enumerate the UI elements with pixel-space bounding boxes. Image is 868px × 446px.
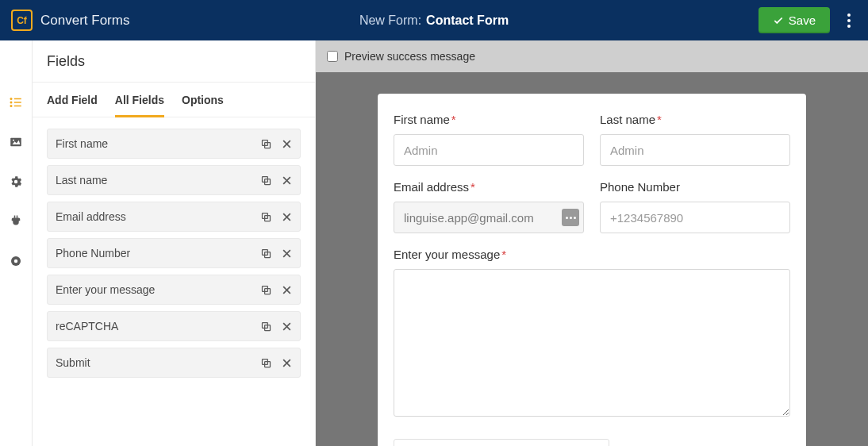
phone-input[interactable] [600,202,790,233]
behavior-icon[interactable] [8,253,24,269]
form-preview: First name* Last name* Email address* Ph… [378,94,806,446]
svg-point-2 [10,105,13,107]
svg-rect-3 [14,98,21,100]
svg-point-8 [13,140,14,141]
check-icon [773,15,784,26]
field-item[interactable]: First name [47,129,301,159]
field-item-label: Enter your message [56,283,260,296]
form-title-name: Contact Form [426,13,509,28]
delete-icon[interactable] [282,284,292,296]
panel-title: Fields [33,40,315,83]
last-name-label: Last name* [600,113,790,126]
left-rail [0,40,33,446]
field-item[interactable]: Submit [47,348,301,378]
panel-tabs: Add Field All Fields Options [33,83,315,117]
svg-point-10 [14,260,18,263]
field-item[interactable]: Enter your message [47,275,301,305]
svg-rect-5 [14,106,21,107]
delete-icon[interactable] [282,357,292,369]
form-title-prefix: New Form: [359,13,421,28]
field-item-label: Last name [56,174,260,186]
first-name-label: First name* [394,113,584,126]
duplicate-icon[interactable] [260,211,272,223]
svg-rect-4 [14,102,21,103]
field-item-label: First name [56,137,260,150]
field-item-label: Submit [56,356,260,369]
duplicate-icon[interactable] [260,138,272,150]
brand-name: Convert Forms [40,13,129,29]
message-textarea[interactable] [394,269,790,417]
preview-success-label: Preview success message [344,50,475,63]
fields-icon[interactable] [8,94,24,110]
svg-point-1 [10,102,13,104]
field-item-label: Phone Number [56,247,260,260]
delete-icon[interactable] [282,248,292,260]
top-bar: Cf Convert Forms New Form: Contact Form … [0,0,868,40]
recaptcha-widget[interactable] [394,439,609,446]
settings-icon[interactable] [8,174,24,190]
duplicate-icon[interactable] [260,284,272,296]
email-label: Email address* [394,180,584,194]
last-name-input[interactable] [600,134,790,166]
brand: Cf Convert Forms [11,10,129,31]
form-title: New Form: Contact Form [359,13,509,28]
field-item[interactable]: reCAPTCHA [47,311,301,341]
field-item[interactable]: Last name [47,165,301,195]
delete-icon[interactable] [282,211,292,223]
svg-point-0 [10,98,13,100]
brand-logo: Cf [11,10,33,31]
save-button[interactable]: Save [759,7,830,33]
field-item[interactable]: Email address [47,202,301,232]
more-menu-button[interactable] [841,10,857,32]
field-item-label: reCAPTCHA [56,320,260,333]
design-icon[interactable] [8,134,24,150]
tab-all-fields[interactable]: All Fields [115,83,164,117]
first-name-input[interactable] [394,134,584,166]
field-list: First name Last name Email address [33,117,315,389]
delete-icon[interactable] [282,175,292,186]
email-input[interactable] [394,202,584,233]
tab-options[interactable]: Options [182,83,224,117]
preview-toolbar: Preview success message [316,40,868,72]
tab-add-field[interactable]: Add Field [47,83,98,117]
save-label: Save [789,13,816,27]
svg-rect-6 [10,138,21,147]
phone-label: Phone Number [600,180,790,194]
preview-canvas: Preview success message First name* Last… [316,40,868,446]
duplicate-icon[interactable] [260,321,272,333]
message-label: Enter your message* [394,248,790,261]
duplicate-icon[interactable] [260,248,272,260]
preview-success-checkbox[interactable] [327,51,338,62]
field-item[interactable]: Phone Number [47,238,301,268]
duplicate-icon[interactable] [260,357,272,369]
delete-icon[interactable] [282,138,292,150]
duplicate-icon[interactable] [260,175,272,186]
fields-panel: Fields Add Field All Fields Options Firs… [33,40,316,446]
integrations-icon[interactable] [8,213,24,229]
field-item-label: Email address [56,210,260,223]
delete-icon[interactable] [282,321,292,333]
email-menu-icon[interactable] [562,209,579,226]
